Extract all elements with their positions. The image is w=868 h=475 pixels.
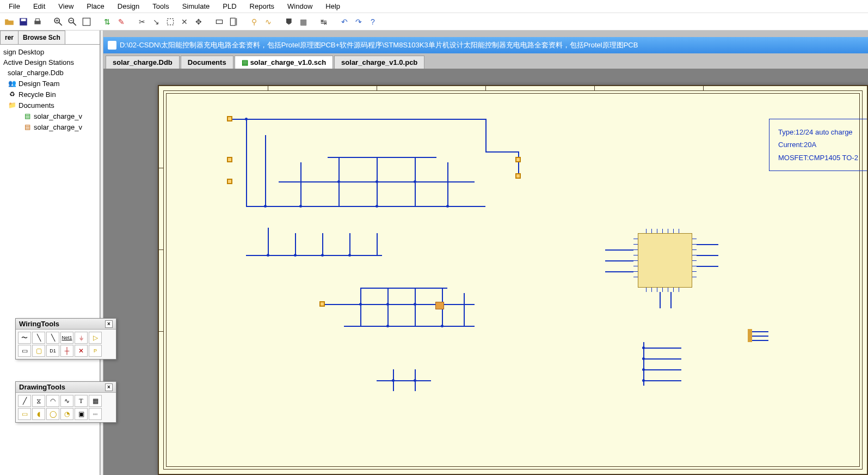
drawing-toolbox-title: DrawingTools [19, 383, 65, 391]
array-tool-icon[interactable]: ▫▫▫ [89, 408, 102, 420]
tab-documents[interactable]: Documents [181, 56, 233, 69]
project-tree: sign Desktop Active Design Stations sola… [0, 45, 100, 135]
grid-icon[interactable]: ▦ [297, 16, 309, 28]
tab-ddb[interactable]: solar_charge.Ddb [106, 56, 180, 69]
menu-place[interactable]: Place [80, 1, 111, 11]
menu-design[interactable]: Design [111, 1, 146, 11]
zoom-window-icon[interactable] [81, 16, 93, 28]
sheet-icon[interactable] [227, 16, 239, 28]
close-icon[interactable]: × [105, 320, 113, 328]
svg-rect-1 [21, 19, 26, 21]
line-tool-icon[interactable]: ╱ [18, 395, 31, 407]
undo-icon[interactable]: ↶ [338, 16, 350, 28]
tree-pcb-file[interactable]: ▤solar_charge_v [0, 121, 100, 132]
menu-edit[interactable]: Edit [27, 1, 52, 11]
tab-sch[interactable]: ▤solar_charge_v1.0.sch [235, 56, 333, 69]
menu-file[interactable]: File [2, 1, 27, 11]
wire-tool-icon[interactable]: 〜 [18, 332, 31, 344]
schematic-sheet: Type:12/24 auto charge Current:20A MOSFE… [158, 85, 868, 475]
bus-tool-icon[interactable]: ╲ [32, 332, 45, 344]
pcb-tool-icon[interactable]: P [89, 345, 102, 357]
pie-tool-icon[interactable]: ◔ [60, 408, 73, 420]
team-icon: 👥 [8, 79, 16, 88]
infobox-type: Type:12/24 auto charge [778, 126, 858, 138]
document-titlebar: D:\02-CSDN\太阳能控制器充电电路全套资料，包括Protel原理图PCB… [103, 37, 868, 53]
shield-icon[interactable]: ⛊ [283, 16, 295, 28]
port-tool-icon[interactable]: ▷ [89, 332, 102, 344]
schematic-infobox: Type:12/24 auto charge Current:20A MOSFE… [769, 119, 867, 171]
select-icon[interactable] [164, 16, 176, 28]
tree-desktop[interactable]: sign Desktop [0, 47, 100, 57]
move-icon[interactable]: ✥ [193, 16, 205, 28]
tab-pcb[interactable]: solar_charge_v1.0.pcb [334, 56, 424, 69]
tree-stations[interactable]: Active Design Stations [0, 57, 100, 68]
polygon-tool-icon[interactable]: ⧖ [32, 395, 45, 407]
menu-simulate[interactable]: Simulate [176, 1, 217, 11]
main-toolbar: ⇅ ✎ ✂ ↘ ✕ ✥ ⚲ ∿ ⛊ ▦ ↹ ↶ ↷ ? [0, 13, 868, 31]
ellipse-tool-icon[interactable]: ◯ [46, 408, 59, 420]
power-tool-icon[interactable]: ⏚ [75, 332, 88, 344]
svg-rect-12 [167, 19, 173, 25]
menu-view[interactable]: View [52, 1, 80, 11]
tree-sch-file[interactable]: ▤solar_charge_v [0, 111, 100, 121]
marker-icon[interactable]: ✎ [115, 16, 127, 28]
tree-team[interactable]: 👥Design Team [0, 78, 100, 89]
rect-tool-icon[interactable]: ▭ [18, 408, 31, 420]
menu-tools[interactable]: Tools [146, 1, 175, 11]
wiring-toolbox[interactable]: WiringTools × 〜 ╲ ╲ Net1 ⏚ ▷ ▭ ▢ D1 ┼ ✕ … [15, 318, 116, 360]
menu-window[interactable]: Window [281, 1, 319, 11]
menu-reports[interactable]: Reports [243, 1, 281, 11]
svg-line-5 [59, 22, 62, 26]
part-tool-icon[interactable]: ▭ [18, 345, 31, 357]
busentry-tool-icon[interactable]: ╲ [46, 332, 59, 344]
redo-icon[interactable]: ↷ [353, 16, 365, 28]
updown-icon[interactable]: ⇅ [101, 16, 113, 28]
drawing-toolbox[interactable]: DrawingTools × ╱ ⧖ ◠ ∿ T ▦ ▭ ◖ ◯ ◔ ▣ ▫▫▫ [15, 381, 116, 423]
zoom-out-icon[interactable] [66, 16, 78, 28]
content-area: D:\02-CSDN\太阳能控制器充电电路全套资料，包括Protel原理图PCB… [103, 31, 868, 475]
frame-tool-icon[interactable]: ▦ [89, 395, 102, 407]
sequence-icon[interactable]: ↹ [318, 16, 330, 28]
wire-icon[interactable]: ↘ [150, 16, 162, 28]
menu-pld[interactable]: PLD [216, 1, 243, 11]
mcu-chip [638, 233, 692, 288]
sim-icon[interactable]: ∿ [262, 16, 274, 28]
bezier-tool-icon[interactable]: ∿ [60, 395, 73, 407]
tree-documents[interactable]: 📁Documents [0, 100, 100, 111]
open-icon[interactable] [3, 16, 15, 28]
main-area: rer Browse Sch sign Desktop Active Desig… [0, 31, 868, 475]
netlabel-tool-icon[interactable]: Net1 [60, 332, 73, 344]
probe-icon[interactable]: ⚲ [248, 16, 260, 28]
sidebar-tab-explorer[interactable]: rer [0, 31, 19, 44]
cut-icon[interactable]: ✂ [136, 16, 148, 28]
sidebar-tab-browse[interactable]: Browse Sch [18, 31, 65, 44]
tree-ddb[interactable]: solar_charge.Ddb [0, 68, 100, 78]
tree-recycle[interactable]: ♻Recycle Bin [0, 89, 100, 100]
roundrect-tool-icon[interactable]: ◖ [32, 408, 45, 420]
noerc-tool-icon[interactable]: ✕ [75, 345, 88, 357]
sch-tab-icon: ▤ [242, 58, 248, 66]
menu-help[interactable]: Help [319, 1, 347, 11]
sheetentry-tool-icon[interactable]: D1 [46, 345, 59, 357]
cross-icon[interactable]: ✕ [178, 16, 190, 28]
close-icon[interactable]: × [105, 383, 113, 391]
print-icon[interactable] [32, 16, 44, 28]
sheet-tool-icon[interactable]: ▢ [32, 345, 45, 357]
junction-tool-icon[interactable]: ┼ [60, 345, 73, 357]
save-icon[interactable] [17, 16, 29, 28]
recycle-icon: ♻ [8, 90, 16, 99]
image-tool-icon[interactable]: ▣ [75, 408, 88, 420]
help-icon[interactable]: ? [367, 16, 379, 28]
document-tabs: solar_charge.Ddb Documents ▤solar_charge… [103, 53, 868, 69]
schematic-canvas[interactable]: Type:12/24 auto charge Current:20A MOSFE… [103, 69, 868, 475]
svg-rect-13 [216, 20, 222, 23]
component-icon[interactable] [213, 16, 225, 28]
arc-tool-icon[interactable]: ◠ [46, 395, 59, 407]
folder-icon: 📁 [8, 101, 16, 109]
menubar: File Edit View Place Design Tools Simula… [0, 0, 868, 13]
svg-line-9 [73, 22, 76, 26]
sch-icon: ▤ [23, 112, 32, 120]
text-tool-icon[interactable]: T [75, 395, 88, 407]
zoom-in-icon[interactable] [52, 16, 64, 28]
svg-rect-3 [36, 19, 40, 21]
